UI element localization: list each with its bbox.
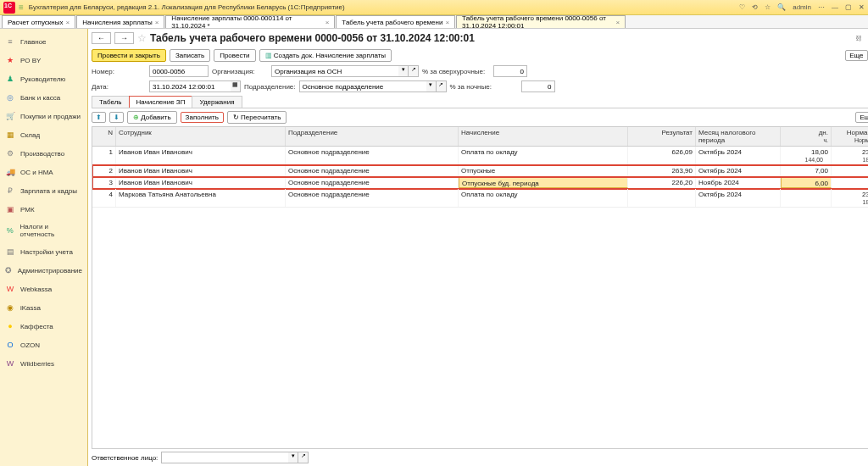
sidebar-item-6[interactable]: ⚙Производство <box>0 144 87 163</box>
sidebar-item-14[interactable]: ◉iKassa <box>0 298 87 317</box>
tab-2[interactable]: Начисление зарплаты 0000-000114 от 31.10… <box>165 15 335 28</box>
save-button[interactable]: Записать <box>170 49 210 62</box>
org-label: Организация: <box>212 68 268 75</box>
sidebar-item-8[interactable]: ₽Зарплата и кадры <box>0 181 87 200</box>
add-row-button[interactable]: ⊕ Добавить <box>127 111 177 124</box>
date-field[interactable] <box>149 80 231 92</box>
forward-button[interactable]: → <box>114 32 134 44</box>
sidebar: ≡Главное★PO BY♟Руководителю◎Банк и касса… <box>0 29 88 466</box>
tab-3[interactable]: Табель учета рабочего времени× <box>336 15 455 28</box>
open-icon[interactable]: ↗ <box>437 80 447 92</box>
favorite-icon[interactable]: ☆ <box>137 32 147 44</box>
open-icon[interactable]: ↗ <box>409 65 419 77</box>
create-doc-button[interactable]: ▥ Создать док. Начисление зарплаты <box>259 49 392 62</box>
sidebar-icon: ▦ <box>5 130 15 140</box>
subtab-timesheet[interactable]: Табель <box>92 96 130 108</box>
sidebar-item-10[interactable]: %Налоги и отчетность <box>0 219 87 242</box>
sidebar-item-1[interactable]: ★PO BY <box>0 51 87 69</box>
sidebar-item-12[interactable]: ✪Администрирование <box>0 261 87 280</box>
close-icon[interactable]: × <box>155 19 159 26</box>
overrate-field[interactable] <box>493 65 527 77</box>
sidebar-item-0[interactable]: ≡Главное <box>0 32 87 51</box>
close-icon[interactable]: × <box>66 19 70 26</box>
sidebar-item-label: Администрирование <box>18 267 82 275</box>
col-norm: Норма дн.Норма ч. <box>832 127 868 146</box>
sidebar-item-17[interactable]: WWildberries <box>0 354 87 373</box>
close-icon[interactable]: × <box>445 19 449 26</box>
back-button[interactable]: ← <box>92 32 111 44</box>
sidebar-item-15[interactable]: ●Каффеста <box>0 317 87 336</box>
page-title: Табель учета рабочего времени 0000-0056 … <box>150 32 852 44</box>
subtab-payroll[interactable]: Начисление ЗП <box>129 96 193 108</box>
close-icon[interactable]: × <box>326 19 330 26</box>
sidebar-icon: ♟ <box>5 74 15 84</box>
row-down-button[interactable]: ⬇ <box>109 112 124 123</box>
maximize-icon[interactable]: ▢ <box>845 3 852 11</box>
night-label: % за ночные: <box>450 83 518 91</box>
sidebar-item-label: Настройки учета <box>20 248 73 256</box>
tab-1[interactable]: Начисления зарплаты× <box>76 15 164 28</box>
user-label[interactable]: admin <box>793 3 811 11</box>
org-field[interactable] <box>271 65 398 77</box>
sidebar-item-7[interactable]: 🚚ОС и НМА <box>0 163 87 181</box>
sidebar-item-3[interactable]: ◎Банк и касса <box>0 88 87 107</box>
settings-icon[interactable]: ⋯ <box>818 3 825 11</box>
history-icon[interactable]: ⟲ <box>752 3 758 11</box>
burger-icon[interactable]: ≡ <box>19 3 24 12</box>
sidebar-item-9[interactable]: ▣РМК <box>0 200 87 219</box>
post-button[interactable]: Провести <box>214 49 255 62</box>
sidebar-icon: ✪ <box>5 265 13 275</box>
sidebar-icon: ★ <box>5 55 15 65</box>
link-icon[interactable]: ⛓ <box>855 35 862 42</box>
sidebar-item-label: РМК <box>20 206 35 214</box>
table-more-button[interactable]: Еще ▾ <box>855 112 868 123</box>
sidebar-icon: ▤ <box>5 247 15 257</box>
fill-button[interactable]: Заполнить <box>181 112 224 123</box>
sidebar-icon: ⚙ <box>5 148 15 158</box>
table-row[interactable]: 1Иванов Иван ИвановичОсновное подразделе… <box>92 147 868 165</box>
app-logo <box>3 2 15 14</box>
sidebar-item-label: Главное <box>20 38 47 46</box>
sidebar-item-13[interactable]: WWebkassa <box>0 280 87 298</box>
number-field[interactable] <box>149 65 209 77</box>
sidebar-item-5[interactable]: ▦Склад <box>0 125 87 144</box>
sidebar-item-16[interactable]: OOZON <box>0 336 87 354</box>
row-up-button[interactable]: ⬆ <box>92 112 106 123</box>
sidebar-item-label: Склад <box>20 131 40 139</box>
sidebar-item-4[interactable]: 🛒Покупки и продажи <box>0 107 87 125</box>
sidebar-item-label: iKassa <box>20 304 41 312</box>
col-period: Месяц налогового периода <box>696 127 781 146</box>
approve-close-button[interactable]: Провести и закрыть <box>92 49 166 62</box>
dept-field[interactable] <box>299 80 426 92</box>
sidebar-item-2[interactable]: ♟Руководителю <box>0 69 87 88</box>
payroll-grid[interactable]: N Сотрудник Подразделение Начисление Рез… <box>92 126 868 449</box>
subtab-deductions[interactable]: Удержания <box>192 96 242 108</box>
close-icon[interactable]: ✕ <box>859 3 865 11</box>
star-icon[interactable]: ☆ <box>765 3 771 11</box>
calendar-icon[interactable]: ▦ <box>231 80 241 92</box>
tab-4[interactable]: Табель учета рабочего времени 0000-0056 … <box>456 15 626 28</box>
more-button[interactable]: Еще <box>845 50 867 61</box>
minimize-icon[interactable]: — <box>832 3 838 11</box>
close-icon[interactable]: × <box>615 19 620 26</box>
recalc-button[interactable]: ↻ Пересчитать <box>227 111 287 124</box>
table-row[interactable]: 4Маркова Татьяна АнатольевнаОсновное под… <box>92 189 868 208</box>
tab-0[interactable]: Расчет отпускных× <box>2 15 75 28</box>
col-department: Подразделение <box>286 127 459 146</box>
night-field[interactable] <box>521 80 555 92</box>
search-icon[interactable]: 🔍 <box>777 3 786 11</box>
responsible-field[interactable] <box>161 452 288 463</box>
open-icon[interactable]: ↗ <box>298 452 309 463</box>
sidebar-item-label: Налоги и отчетность <box>20 223 82 238</box>
date-label: Дата: <box>92 83 146 91</box>
dropdown-icon[interactable]: ▾ <box>398 65 409 77</box>
sidebar-icon: W <box>5 284 15 294</box>
sidebar-item-label: PO BY <box>20 57 41 64</box>
table-row[interactable]: 2Иванов Иван ИвановичОсновное подразделе… <box>92 165 868 177</box>
table-row[interactable]: 3Иванов Иван ИвановичОсновное подразделе… <box>92 177 868 189</box>
dropdown-icon[interactable]: ▾ <box>426 80 437 92</box>
sidebar-item-11[interactable]: ▤Настройки учета <box>0 242 87 261</box>
sidebar-icon: ₽ <box>5 186 15 196</box>
bell-icon[interactable]: ♡ <box>739 3 745 11</box>
dropdown-icon[interactable]: ▾ <box>288 452 298 463</box>
